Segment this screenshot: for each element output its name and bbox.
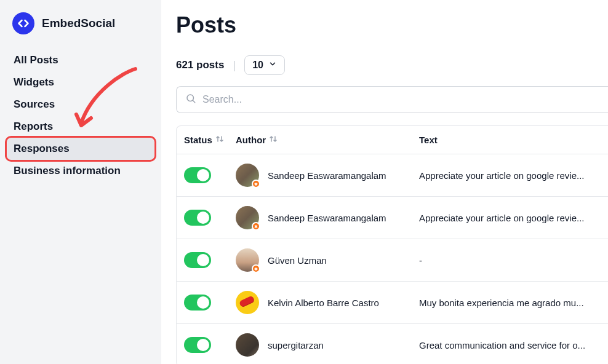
post-text: Appreciate your article on google revie.… [419,213,601,223]
table-row[interactable]: Kelvin Alberto Barre Castro Muy bonita e… [177,282,608,324]
table-header: Status Author [177,126,608,154]
sidebar-nav: All Posts Widgets Sources Reports Respon… [7,49,154,182]
avatar-badge-icon [252,180,260,188]
author-name: Sandeep Easwaramangalam [268,170,386,181]
author-name: supergitarzan [268,340,324,350]
table-row[interactable]: Sandeep Easwaramangalam Appreciate your … [177,154,608,197]
avatar [236,333,259,357]
col-header-author[interactable]: Author [236,135,419,145]
status-toggle[interactable] [184,337,211,353]
page-size-value: 10 [252,60,263,71]
author-name: Sandeep Easwaramangalam [268,213,386,223]
col-header-text[interactable]: Text [419,135,601,145]
brand-name: EmbedSocial [42,17,115,30]
app-root: EmbedSocial All Posts Widgets Sources Re… [0,0,608,364]
post-text: Muy bonita experiencia me agrado mu... [419,298,601,308]
status-toggle[interactable] [184,210,211,226]
chevron-down-icon [268,60,277,71]
divider: | [233,59,236,72]
sidebar-item-business-information[interactable]: Business information [7,160,154,182]
sidebar-item-widgets[interactable]: Widgets [7,71,154,93]
avatar [236,164,259,187]
main-content: Posts 621 posts | 10 [161,0,608,364]
sidebar-item-all-posts[interactable]: All Posts [7,49,154,71]
posts-table: Status Author [176,125,608,364]
filter-bar: 621 posts | 10 [176,55,608,75]
author-name: Güven Uzman [268,255,327,266]
table-row[interactable]: supergitarzan Great communication and se… [177,324,608,364]
sidebar-item-responses[interactable]: Responses [7,138,154,160]
search-icon [185,93,196,106]
sort-icon [216,135,223,145]
svg-point-0 [187,95,194,101]
search-input[interactable] [202,94,599,105]
table-row[interactable]: Güven Uzman - [177,239,608,282]
author-name: Kelvin Alberto Barre Castro [268,298,379,308]
post-count: 621 posts [176,59,224,71]
page-size-select[interactable]: 10 [244,55,285,75]
avatar [236,291,259,314]
sidebar-item-sources[interactable]: Sources [7,93,154,116]
status-toggle[interactable] [184,252,211,268]
page-title: Posts [176,12,608,38]
col-header-status[interactable]: Status [184,135,236,145]
status-toggle[interactable] [184,295,211,311]
search-box[interactable] [176,86,608,113]
avatar-badge-icon [252,222,260,231]
avatar-badge-icon [252,264,260,273]
status-toggle[interactable] [184,167,211,183]
sidebar-item-reports[interactable]: Reports [7,116,154,138]
avatar [236,206,259,229]
post-text: Appreciate your article on google revie.… [419,170,601,181]
avatar [236,248,259,272]
post-text: - [419,255,601,266]
brand-block[interactable]: EmbedSocial [7,12,154,44]
sort-icon [270,135,277,145]
sidebar: EmbedSocial All Posts Widgets Sources Re… [0,0,161,364]
brand-logo-icon [12,12,34,34]
table-row[interactable]: Sandeep Easwaramangalam Appreciate your … [177,197,608,239]
post-text: Great communication and service for o... [419,340,601,350]
